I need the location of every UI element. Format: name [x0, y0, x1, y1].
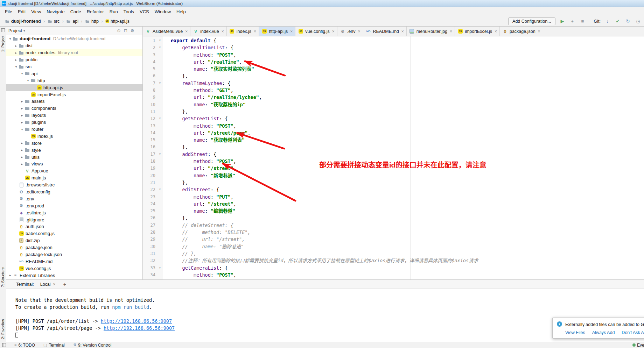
- chevron-collapsed-icon[interactable]: ▸: [20, 107, 24, 110]
- chevron-expanded-icon[interactable]: ▾: [20, 72, 24, 75]
- chevron-collapsed-icon[interactable]: ▸: [20, 100, 24, 103]
- menu-item-file[interactable]: File: [2, 8, 15, 15]
- terminal-tab-local[interactable]: Local ×: [39, 281, 57, 287]
- tree-item-package-lock.json[interactable]: {}package-lock.json: [6, 251, 142, 258]
- chevron-collapsed-icon[interactable]: ▸: [14, 44, 19, 48]
- tree-item-public[interactable]: ▸public: [6, 56, 142, 63]
- new-terminal-button[interactable]: +: [62, 282, 68, 287]
- chevron-down-icon[interactable]: ▾: [23, 29, 25, 33]
- tab-close-icon[interactable]: ×: [221, 29, 224, 34]
- gear-icon[interactable]: ⚙: [131, 28, 134, 33]
- tree-item-index.js[interactable]: JSindex.js: [6, 133, 142, 140]
- line-number[interactable]: 8: [143, 87, 157, 94]
- tree-item-layouts[interactable]: ▸layouts: [6, 112, 142, 119]
- chevron-collapsed-icon[interactable]: ▸: [20, 121, 24, 124]
- tab-close-icon[interactable]: ×: [331, 29, 335, 34]
- menu-item-navigate[interactable]: Navigate: [44, 8, 67, 15]
- tree-item-router[interactable]: ▾router: [6, 126, 142, 133]
- tree-item-style[interactable]: ▸style: [6, 147, 142, 154]
- line-number[interactable]: 17: [143, 151, 157, 158]
- line-number[interactable]: 6: [143, 72, 157, 79]
- hide-panel-icon[interactable]: ─: [137, 28, 140, 33]
- tree-item-dist.zip[interactable]: Zdist.zip: [6, 237, 142, 244]
- tree-item-node_modules[interactable]: ▸node_moduleslibrary root: [6, 49, 142, 56]
- add-configuration-button[interactable]: Add Configuration...: [508, 17, 555, 25]
- tree-item-components[interactable]: ▸components: [6, 105, 142, 112]
- line-number[interactable]: 27: [143, 222, 157, 229]
- tree-item-http[interactable]: ▾http: [6, 77, 142, 84]
- line-number[interactable]: 16: [143, 143, 157, 150]
- line-number[interactable]: 18: [143, 158, 157, 165]
- line-number[interactable]: 32: [143, 257, 157, 264]
- chevron-expanded-icon[interactable]: ▾: [14, 65, 19, 69]
- locate-file-icon[interactable]: ⊕: [117, 28, 121, 33]
- tree-item-dist[interactable]: ▸dist: [6, 42, 142, 49]
- tree-item-.env[interactable]: ⚙.env: [6, 195, 142, 202]
- notification-popup[interactable]: i Externally added files can be added to…: [552, 318, 644, 339]
- menu-item-code[interactable]: Code: [68, 8, 84, 15]
- line-number[interactable]: 26: [143, 214, 157, 221]
- line-number[interactable]: 20: [143, 172, 157, 179]
- tree-item-main.js[interactable]: JSmain.js: [6, 175, 142, 182]
- status-item-todo[interactable]: ≡ 6: TODO: [14, 343, 35, 348]
- always-add-link[interactable]: Always Add: [592, 330, 615, 335]
- tool-windows-icon[interactable]: [1, 28, 5, 32]
- tool-button-project[interactable]: 1: Project: [1, 36, 5, 52]
- git-rollback-button[interactable]: ↻: [625, 19, 631, 24]
- tab-close-icon[interactable]: ×: [253, 29, 256, 34]
- tree-item-babel.config.js[interactable]: JSbabel.config.js: [6, 230, 142, 237]
- chevron-collapsed-icon[interactable]: ▸: [20, 162, 24, 166]
- tab-close-icon[interactable]: ×: [494, 29, 497, 34]
- line-number[interactable]: 14: [143, 129, 157, 136]
- chevron-collapsed-icon[interactable]: ▸: [8, 274, 13, 277]
- menu-item-refactor[interactable]: Refactor: [84, 8, 107, 15]
- chevron-collapsed-icon[interactable]: ▸: [20, 114, 24, 117]
- editor-tab-README.md[interactable]: MDREADME.md×: [363, 27, 407, 36]
- git-commit-button[interactable]: ✔: [615, 19, 621, 24]
- line-number[interactable]: 11: [143, 108, 157, 115]
- debug-button[interactable]: ●: [569, 19, 576, 24]
- line-number[interactable]: 10: [143, 101, 157, 108]
- menu-item-vcs[interactable]: VCS: [137, 8, 152, 15]
- tab-close-icon[interactable]: ×: [449, 29, 452, 34]
- menu-item-tools[interactable]: Tools: [121, 8, 137, 15]
- line-number[interactable]: 24: [143, 200, 157, 207]
- status-item-terminal[interactable]: ▢ Terminal: [43, 343, 65, 348]
- tool-window-switcher-icon[interactable]: [2, 343, 6, 347]
- window-titlebar[interactable]: WS duoji-frontend [D:\zheheWeb\duoji-fro…: [0, 0, 644, 7]
- chevron-collapsed-icon[interactable]: ▸: [20, 148, 24, 152]
- local-history-button[interactable]: ◷: [635, 19, 641, 24]
- breadcrumb-item-http[interactable]: http: [84, 18, 100, 24]
- tree-item-.eslintrc.js[interactable]: ◆.eslintrc.js: [6, 209, 142, 216]
- line-number[interactable]: 19: [143, 165, 157, 172]
- line-number[interactable]: 21: [143, 179, 157, 186]
- line-number[interactable]: 4: [143, 58, 157, 65]
- tree-item-.editorconfig[interactable]: ⚙.editorconfig: [6, 189, 142, 196]
- tree-item-vue.config.js[interactable]: JSvue.config.js: [6, 265, 142, 272]
- fold-icon[interactable]: ∨: [157, 151, 163, 158]
- line-number[interactable]: 3: [143, 51, 157, 58]
- fold-icon[interactable]: ∨: [157, 115, 163, 122]
- view-files-link[interactable]: View Files: [565, 330, 585, 335]
- terminal-link[interactable]: http://192.168.66.56:9007: [101, 318, 172, 324]
- editor-tab-index.vue[interactable]: Vindex.vue×: [190, 27, 227, 36]
- stop-button[interactable]: ■: [580, 19, 586, 24]
- tree-item-assets[interactable]: ▸assets: [6, 98, 142, 105]
- tab-close-icon[interactable]: ×: [357, 29, 360, 34]
- chevron-collapsed-icon[interactable]: ▸: [14, 58, 19, 62]
- tab-close-icon[interactable]: ×: [184, 29, 188, 34]
- line-number[interactable]: 7: [143, 80, 157, 87]
- tree-item-.env.prod[interactable]: ⚙.env.prod: [6, 202, 142, 209]
- line-number[interactable]: 2: [143, 44, 157, 51]
- line-number[interactable]: 5: [143, 65, 157, 72]
- line-number[interactable]: 28: [143, 229, 157, 236]
- fold-icon[interactable]: ∨: [157, 44, 163, 51]
- tree-item-duoji-frontend[interactable]: ▾duoji-frontendD:\zheheWeb\duoji-fronten…: [6, 35, 142, 42]
- line-number[interactable]: 30: [143, 243, 157, 250]
- tree-item-README.md[interactable]: MDREADME.md: [6, 258, 142, 265]
- line-number[interactable]: 12: [143, 115, 157, 122]
- breadcrumb-item-src[interactable]: src: [46, 18, 61, 24]
- chevron-collapsed-icon[interactable]: ▸: [20, 141, 24, 145]
- menu-item-edit[interactable]: Edit: [15, 8, 28, 15]
- tree-item-api[interactable]: ▾api: [6, 70, 142, 77]
